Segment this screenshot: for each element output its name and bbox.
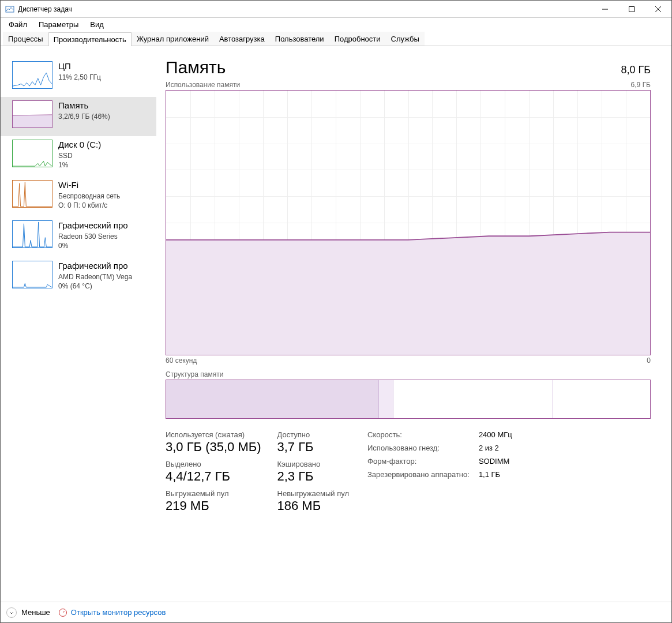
tab-apphistory[interactable]: Журнал приложений <box>132 32 214 46</box>
memstruct-modified <box>379 380 393 418</box>
memory-structure-label: Структура памяти <box>166 370 651 378</box>
gpu0-sub2: 0% <box>58 241 128 250</box>
close-button[interactable] <box>645 1 671 18</box>
memory-title: Память <box>58 100 110 111</box>
stat-avail-label: Доступно <box>277 430 350 439</box>
open-resource-monitor-label: Открыть монитор ресурсов <box>71 608 166 617</box>
minimize-button[interactable] <box>592 1 618 18</box>
stat-used-label: Используется (сжатая) <box>166 430 261 439</box>
svg-rect-5 <box>13 115 52 127</box>
stat-used-value: 3,0 ГБ (35,0 МБ) <box>166 439 261 455</box>
stat-hw-value: 1,1 ГБ <box>479 470 512 479</box>
resource-monitor-icon <box>58 608 67 617</box>
maximize-button[interactable] <box>618 1 645 18</box>
cpu-thumb <box>12 61 52 89</box>
chart-label-usage: Использование памяти <box>166 81 240 89</box>
chart-label-max: 6,9 ГБ <box>631 81 651 89</box>
panel-total: 8,0 ГБ <box>621 64 651 76</box>
svg-rect-2 <box>629 6 635 12</box>
memory-panel: Память 8,0 ГБ Использование памяти 6,9 Г… <box>156 46 671 602</box>
stat-speed-value: 2400 МГц <box>479 430 512 439</box>
stat-slots-label: Использовано гнезд: <box>367 444 470 452</box>
stat-paged-label: Выгружаемый пул <box>166 489 261 498</box>
cpu-sub: 11% 2,50 ГГц <box>58 73 101 82</box>
stat-form-value: SODIMM <box>479 457 512 466</box>
chart-label-zero: 0 <box>647 356 651 365</box>
menu-file[interactable]: Файл <box>4 19 32 30</box>
gpu1-sub2: 0% (64 °C) <box>58 282 132 291</box>
title-bar: Диспетчер задач <box>1 1 671 18</box>
tab-users[interactable]: Пользователи <box>270 32 329 46</box>
menu-options[interactable]: Параметры <box>34 19 83 30</box>
cpu-title: ЦП <box>58 61 101 72</box>
wifi-sub2: О: 0 П: 0 кбит/с <box>58 201 120 210</box>
wifi-sub1: Беспроводная сеть <box>58 192 120 201</box>
sidebar-item-disk[interactable]: Диск 0 (C:) SSD 1% <box>1 136 156 177</box>
chart-label-60s: 60 секунд <box>166 356 197 365</box>
svg-line-7 <box>63 611 65 613</box>
gpu0-sub1: Radeon 530 Series <box>58 232 128 241</box>
stat-hw-label: Зарезервировано аппаратно: <box>367 470 470 479</box>
app-icon <box>5 5 14 14</box>
stat-avail-value: 3,7 ГБ <box>277 439 350 455</box>
disk-thumb <box>12 140 52 167</box>
gpu1-sub1: AMD Radeon(TM) Vega <box>58 272 132 282</box>
memory-sub: 3,2/6,9 ГБ (46%) <box>58 112 110 121</box>
gpu0-thumb <box>12 220 52 248</box>
memory-structure-bar <box>166 380 651 419</box>
gpu1-title: Графический про <box>58 261 132 271</box>
tab-startup[interactable]: Автозагрузка <box>214 32 270 46</box>
memstruct-inuse <box>166 380 379 418</box>
tab-bar: Процессы Производительность Журнал прило… <box>1 31 671 46</box>
sidebar-item-gpu0[interactable]: Графический про Radeon 530 Series 0% <box>1 217 156 257</box>
performance-sidebar: ЦП 11% 2,50 ГГц Память 3,2/6,9 ГБ (46%) … <box>1 46 156 602</box>
stat-form-label: Форм-фактор: <box>367 457 470 466</box>
tab-services[interactable]: Службы <box>386 32 425 46</box>
window-title: Диспетчер задач <box>18 5 592 13</box>
memory-usage-chart <box>166 90 651 355</box>
sidebar-item-wifi[interactable]: Wi-Fi Беспроводная сеть О: 0 П: 0 кбит/с <box>1 177 156 217</box>
stat-nonpaged-label: Невыгружаемый пул <box>277 489 350 498</box>
chevron-down-icon <box>6 607 17 618</box>
menu-view[interactable]: Вид <box>85 19 108 30</box>
stat-slots-value: 2 из 2 <box>479 444 512 452</box>
footer-bar: Меньше Открыть монитор ресурсов <box>1 602 671 622</box>
tab-processes[interactable]: Процессы <box>3 32 48 46</box>
stat-speed-label: Скорость: <box>367 430 470 439</box>
disk-sub2: 1% <box>58 160 101 170</box>
stat-commit-value: 4,4/12,7 ГБ <box>166 468 261 485</box>
gpu0-title: Графический про <box>58 220 128 231</box>
fewer-details-label: Меньше <box>21 608 50 617</box>
tab-details[interactable]: Подробности <box>329 32 386 46</box>
disk-title: Диск 0 (C:) <box>58 140 101 150</box>
tab-performance[interactable]: Производительность <box>48 32 132 46</box>
menu-bar: Файл Параметры Вид <box>1 18 671 31</box>
wifi-thumb <box>12 180 52 208</box>
stat-cached-label: Кэшировано <box>277 460 350 468</box>
stat-paged-value: 219 МБ <box>166 498 261 514</box>
fewer-details-button[interactable]: Меньше <box>6 607 50 618</box>
stat-cached-value: 2,3 ГБ <box>277 468 350 485</box>
open-resource-monitor-link[interactable]: Открыть монитор ресурсов <box>58 608 166 617</box>
memstruct-standby <box>393 380 553 418</box>
stat-nonpaged-value: 186 МБ <box>277 498 350 514</box>
memstruct-free <box>553 380 650 418</box>
memory-thumb <box>12 100 52 128</box>
stat-commit-label: Выделено <box>166 460 261 468</box>
sidebar-item-gpu1[interactable]: Графический про AMD Radeon(TM) Vega 0% (… <box>1 257 156 298</box>
sidebar-item-cpu[interactable]: ЦП 11% 2,50 ГГц <box>1 58 156 97</box>
wifi-title: Wi-Fi <box>58 180 120 190</box>
sidebar-item-memory[interactable]: Память 3,2/6,9 ГБ (46%) <box>1 97 156 136</box>
panel-title: Память <box>166 58 226 77</box>
gpu1-thumb <box>12 261 52 288</box>
disk-sub1: SSD <box>58 151 101 160</box>
